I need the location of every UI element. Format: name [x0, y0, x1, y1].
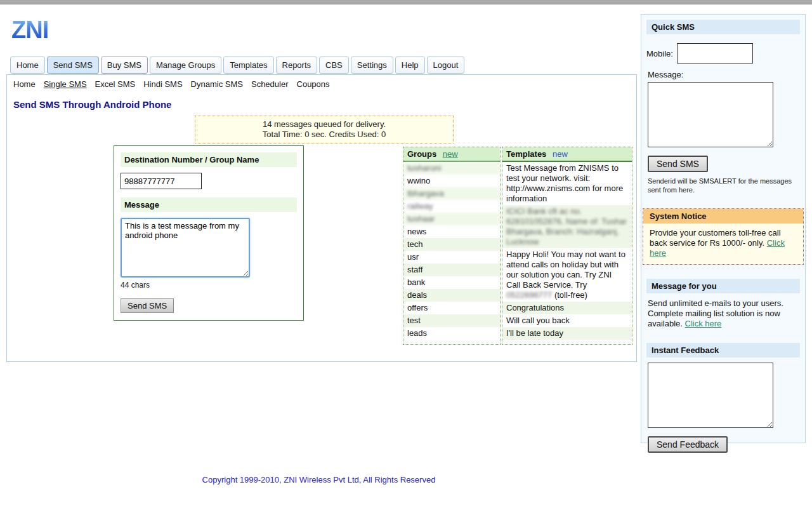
footer-copyright: Copyright 1999-2010, ZNI Wireless Pvt Lt… — [0, 475, 638, 485]
page-title: Send SMS Through Android Phone — [13, 99, 636, 110]
tab-templates[interactable]: Templates — [223, 57, 273, 74]
group-item-leads[interactable]: leads — [403, 327, 500, 340]
template-text: Will call you back — [506, 316, 570, 325]
subnav-item-home[interactable]: Home — [13, 79, 36, 89]
group-item-tbhargava[interactable]: tbhargava — [403, 187, 500, 200]
template-text: 0522696777 — [506, 290, 552, 300]
template-item-1[interactable]: Test Message from ZNISMS to test your ne… — [502, 162, 632, 205]
templates-panel: Templates new Test Message from ZNISMS t… — [502, 147, 632, 345]
send-sms-form: Destination Number / Group Name Message … — [114, 145, 304, 321]
tab-buy-sms[interactable]: Buy SMS — [101, 57, 148, 74]
message-for-you-click-here-link[interactable]: Click here — [685, 319, 722, 328]
page: ZNI HomeSend SMSBuy SMSManage GroupsTemp… — [0, 0, 812, 508]
group-item-railway[interactable]: railway — [403, 200, 500, 213]
queued-delivery-notice: 14 messages queued for delivery. Total T… — [195, 116, 454, 144]
group-item-tushaar[interactable]: tushaar — [403, 213, 500, 225]
group-item-test[interactable]: test — [403, 314, 500, 327]
templates-new-link[interactable]: new — [553, 149, 568, 159]
quick-sms-mobile-label: Mobile: — [646, 49, 673, 58]
zni-logo: ZNI — [11, 17, 48, 44]
groups-title: Groups — [407, 149, 436, 159]
right-sidebar: Quick SMS Mobile: Message: Send SMS Send… — [641, 14, 806, 443]
subnav-item-coupons[interactable]: Coupons — [297, 79, 330, 89]
tab-help[interactable]: Help — [395, 57, 425, 74]
groups-header: Groups new — [403, 147, 500, 162]
groups-panel: Groups new tusharoniwwinotbhargavarailwa… — [403, 147, 501, 345]
quick-sms-send-button[interactable]: Send SMS — [648, 156, 708, 172]
group-item-deals[interactable]: deals — [403, 289, 500, 302]
sub-nav: HomeSingle SMSExcel SMSHindi SMSDynamic … — [7, 75, 636, 92]
instant-feedback-textarea[interactable] — [648, 363, 773, 428]
subnav-item-dynamic-sms[interactable]: Dynamic SMS — [191, 79, 243, 89]
tab-home[interactable]: Home — [10, 57, 45, 74]
main-tab-bar: HomeSend SMSBuy SMSManage GroupsTemplate… — [10, 57, 466, 74]
tab-logout[interactable]: Logout — [427, 57, 465, 74]
group-item-usr[interactable]: usr — [403, 251, 500, 264]
group-item-tech[interactable]: tech — [403, 238, 500, 251]
message-for-you-title: Message for you — [646, 279, 800, 293]
templates-header: Templates new — [502, 147, 632, 162]
group-item-wwino[interactable]: wwino — [403, 175, 500, 187]
template-item-5[interactable]: Will call you back — [502, 314, 632, 327]
quick-sms-title: Quick SMS — [646, 20, 800, 34]
subnav-item-single-sms[interactable]: Single SMS — [44, 79, 87, 89]
quick-sms-message-textarea[interactable] — [648, 82, 773, 147]
system-notice-body: Provide your customers toll-free call ba… — [643, 224, 803, 264]
template-item-6[interactable]: I'll be late today — [502, 327, 632, 340]
queued-notice-line2: Total Time: 0 sec. Credits Used: 0 — [198, 130, 450, 140]
system-notice-title: System Notice — [643, 209, 803, 224]
system-notice-text: Provide your customers toll-free call ba… — [650, 228, 781, 248]
template-text: Happy Holi! You may not want to attend c… — [506, 250, 625, 290]
quick-sms-note: Senderid will be SMSALERT for the messag… — [648, 177, 799, 194]
template-text: Congratulations — [506, 303, 564, 312]
groups-list: tusharoniwwinotbhargavarailwaytushaarnew… — [403, 162, 500, 340]
system-notice: System Notice Provide your customers tol… — [643, 208, 804, 265]
tab-reports[interactable]: Reports — [276, 57, 318, 74]
group-item-tusharoni[interactable]: tusharoni — [403, 162, 500, 175]
template-item-2[interactable]: ICICI Bank cft ac no. 628101052876, Name… — [502, 205, 632, 248]
send-feedback-button[interactable]: Send Feedback — [648, 436, 728, 453]
message-textarea[interactable]: This is a test message from my android p… — [121, 218, 250, 277]
subnav-item-scheduler[interactable]: Scheduler — [251, 79, 289, 89]
subnav-item-excel-sms[interactable]: Excel SMS — [95, 79, 136, 89]
template-text: (toll-free) — [552, 290, 587, 300]
group-item-staff[interactable]: staff — [403, 264, 500, 276]
subnav-item-hindi-sms[interactable]: Hindi SMS — [143, 79, 182, 89]
instant-feedback-title: Instant Feedback — [646, 343, 800, 358]
quick-sms-mobile-input[interactable] — [677, 43, 753, 64]
char-count: 44 chars — [121, 281, 297, 290]
main-content-box: HomeSingle SMSExcel SMSHindi SMSDynamic … — [6, 74, 637, 362]
quick-sms-message-label: Message: — [648, 70, 800, 79]
group-item-news[interactable]: news — [403, 225, 500, 238]
group-item-offers[interactable]: offers — [403, 302, 500, 314]
template-item-3[interactable]: Happy Holi! You may not want to attend c… — [502, 248, 632, 302]
tab-manage-groups[interactable]: Manage Groups — [150, 57, 221, 74]
template-item-4[interactable]: Congratulations — [502, 302, 632, 314]
templates-list: Test Message from ZNISMS to test your ne… — [502, 162, 632, 340]
queued-notice-line1: 14 messages queued for delivery. — [198, 119, 450, 130]
group-item-bank[interactable]: bank — [403, 276, 500, 289]
tab-settings[interactable]: Settings — [351, 57, 393, 74]
template-text: I'll be late today — [506, 328, 563, 338]
destination-input[interactable] — [121, 173, 202, 189]
message-for-you-body: Send unlimited e-mails to your users. Co… — [648, 298, 799, 329]
tab-send-sms[interactable]: Send SMS — [47, 57, 99, 74]
message-label: Message — [121, 197, 297, 212]
window-top-bar — [0, 0, 812, 4]
templates-title: Templates — [506, 149, 546, 159]
template-text: ICICI Bank cft ac no. 628101052876, Name… — [506, 206, 627, 246]
destination-label: Destination Number / Group Name — [121, 152, 297, 167]
groups-new-link[interactable]: new — [443, 149, 458, 159]
send-sms-button[interactable]: Send SMS — [121, 298, 174, 313]
template-text: Test Message from ZNISMS to test your ne… — [506, 163, 623, 203]
tab-cbs[interactable]: CBS — [319, 57, 349, 74]
